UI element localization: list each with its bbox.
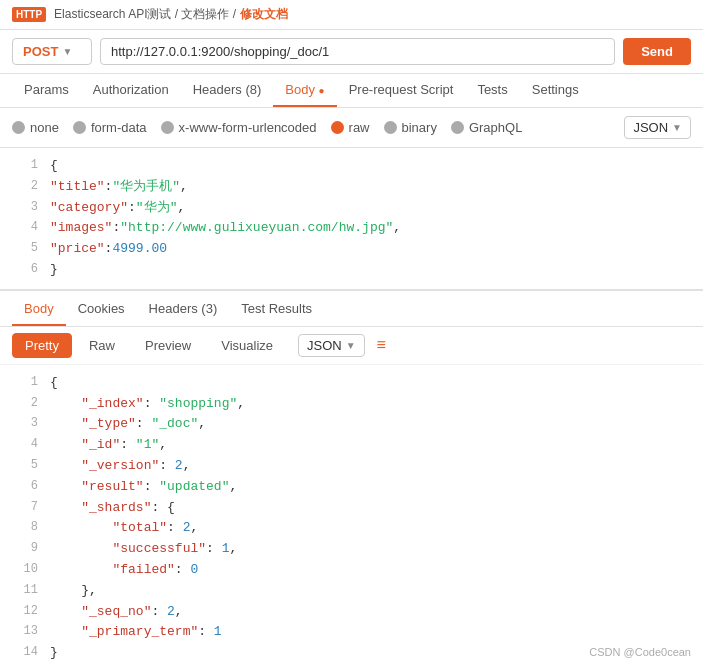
resp-line-2: 2 "_index": "shopping", bbox=[0, 394, 703, 415]
radio-circle-binary bbox=[384, 121, 397, 134]
resp-format-select[interactable]: JSON ▼ bbox=[298, 334, 365, 357]
code-line-4: 4 "images":"http://www.gulixueyuan.com/h… bbox=[0, 218, 703, 239]
method-label: POST bbox=[23, 44, 58, 59]
resp-line-9: 9 "successful": 1, bbox=[0, 539, 703, 560]
app-icon: HTTP bbox=[12, 7, 46, 22]
resp-line-6: 6 "result": "updated", bbox=[0, 477, 703, 498]
resp-line-4: 4 "_id": "1", bbox=[0, 435, 703, 456]
resp-line-11: 11 }, bbox=[0, 581, 703, 602]
resp-tab-headers[interactable]: Headers (3) bbox=[137, 293, 230, 326]
send-button[interactable]: Send bbox=[623, 38, 691, 65]
radio-circle-graphql bbox=[451, 121, 464, 134]
body-options: none form-data x-www-form-urlencoded raw… bbox=[0, 108, 703, 148]
tab-authorization[interactable]: Authorization bbox=[81, 74, 181, 107]
radio-graphql[interactable]: GraphQL bbox=[451, 120, 522, 135]
view-visualize-button[interactable]: Visualize bbox=[208, 333, 286, 358]
request-body[interactable]: 1 { 2 "title":"华为手机", 3 "category":"华为",… bbox=[0, 148, 703, 291]
code-line-6: 6 } bbox=[0, 260, 703, 281]
tab-tests[interactable]: Tests bbox=[465, 74, 519, 107]
footer: CSDN @Code0cean bbox=[589, 646, 691, 658]
radio-circle-none bbox=[12, 121, 25, 134]
code-line-5: 5 "price":4999.00 bbox=[0, 239, 703, 260]
radio-raw[interactable]: raw bbox=[331, 120, 370, 135]
radio-form-data[interactable]: form-data bbox=[73, 120, 147, 135]
wrap-icon[interactable]: ≡ bbox=[377, 336, 386, 354]
resp-line-1: 1 { bbox=[0, 373, 703, 394]
chevron-down-icon: ▼ bbox=[346, 340, 356, 351]
resp-tab-test-results[interactable]: Test Results bbox=[229, 293, 324, 326]
radio-circle-form-data bbox=[73, 121, 86, 134]
resp-line-8: 8 "total": 2, bbox=[0, 518, 703, 539]
method-select[interactable]: POST ▼ bbox=[12, 38, 92, 65]
top-bar: HTTP Elasticsearch API测试 / 文档操作 / 修改文档 bbox=[0, 0, 703, 30]
chevron-down-icon: ▼ bbox=[672, 122, 682, 133]
url-bar: POST ▼ Send bbox=[0, 30, 703, 74]
tab-body[interactable]: Body ● bbox=[273, 74, 336, 107]
response-body: 1 { 2 "_index": "shopping", 3 "_type": "… bbox=[0, 365, 703, 666]
radio-urlencoded[interactable]: x-www-form-urlencoded bbox=[161, 120, 317, 135]
request-tabs: Params Authorization Headers (8) Body ● … bbox=[0, 74, 703, 108]
resp-tab-body[interactable]: Body bbox=[12, 293, 66, 326]
resp-tab-cookies[interactable]: Cookies bbox=[66, 293, 137, 326]
resp-line-3: 3 "_type": "_doc", bbox=[0, 414, 703, 435]
radio-binary[interactable]: binary bbox=[384, 120, 437, 135]
radio-none[interactable]: none bbox=[12, 120, 59, 135]
format-label: JSON bbox=[633, 120, 668, 135]
view-preview-button[interactable]: Preview bbox=[132, 333, 204, 358]
format-select[interactable]: JSON ▼ bbox=[624, 116, 691, 139]
code-line-3: 3 "category":"华为", bbox=[0, 198, 703, 219]
chevron-down-icon: ▼ bbox=[62, 46, 72, 57]
radio-circle-urlencoded bbox=[161, 121, 174, 134]
code-line-1: 1 { bbox=[0, 156, 703, 177]
response-tabs: Body Cookies Headers (3) Test Results bbox=[0, 293, 703, 327]
resp-line-7: 7 "_shards": { bbox=[0, 498, 703, 519]
url-input[interactable] bbox=[100, 38, 615, 65]
view-raw-button[interactable]: Raw bbox=[76, 333, 128, 358]
resp-line-5: 5 "_version": 2, bbox=[0, 456, 703, 477]
tab-headers[interactable]: Headers (8) bbox=[181, 74, 274, 107]
view-pretty-button[interactable]: Pretty bbox=[12, 333, 72, 358]
tab-pre-request[interactable]: Pre-request Script bbox=[337, 74, 466, 107]
resp-line-12: 12 "_seq_no": 2, bbox=[0, 602, 703, 623]
radio-circle-raw bbox=[331, 121, 344, 134]
resp-toolbar: Pretty Raw Preview Visualize JSON ▼ ≡ bbox=[0, 327, 703, 365]
breadcrumb-active: 修改文档 bbox=[240, 7, 288, 21]
breadcrumb: Elasticsearch API测试 / 文档操作 / 修改文档 bbox=[54, 6, 287, 23]
resp-format-label: JSON bbox=[307, 338, 342, 353]
code-line-2: 2 "title":"华为手机", bbox=[0, 177, 703, 198]
resp-line-10: 10 "failed": 0 bbox=[0, 560, 703, 581]
tab-settings[interactable]: Settings bbox=[520, 74, 591, 107]
resp-line-13: 13 "_primary_term": 1 bbox=[0, 622, 703, 643]
tab-params[interactable]: Params bbox=[12, 74, 81, 107]
